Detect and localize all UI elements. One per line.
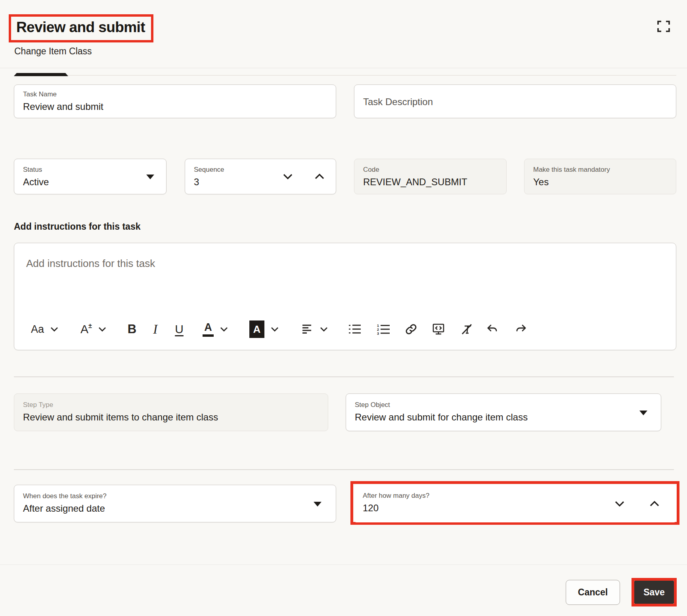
instructions-section-label: Add instructions for this task bbox=[14, 221, 140, 232]
redo-icon bbox=[515, 324, 526, 335]
expire-days-decrement-chevron-down-icon[interactable] bbox=[614, 501, 625, 507]
task-name-value: Review and submit bbox=[23, 100, 327, 113]
font-style-glyph: Aa bbox=[31, 323, 44, 336]
section-divider bbox=[14, 469, 674, 470]
task-name-field[interactable]: Task Name Review and submit bbox=[14, 84, 336, 118]
svg-text:2: 2 bbox=[377, 328, 379, 332]
bold-button[interactable]: B bbox=[128, 322, 136, 336]
align-button[interactable] bbox=[302, 324, 328, 334]
expire-days-stepper[interactable]: After how many days? 120 bbox=[354, 485, 676, 522]
chevron-down-icon bbox=[50, 327, 58, 332]
sequence-label: Sequence bbox=[194, 165, 327, 175]
underline-button[interactable]: U bbox=[175, 322, 184, 336]
bullet-list-icon bbox=[348, 324, 361, 334]
step-object-dropdown[interactable]: Step Object Review and submit for change… bbox=[346, 393, 661, 431]
mandatory-label: Make this task mandatory bbox=[533, 165, 667, 175]
sequence-value: 3 bbox=[194, 176, 327, 188]
fullscreen-expand-button[interactable] bbox=[655, 17, 672, 35]
dropdown-caret-icon bbox=[146, 175, 154, 179]
redo-button[interactable] bbox=[515, 324, 526, 335]
font-size-glyph: A± bbox=[80, 322, 92, 336]
bullet-list-button[interactable] bbox=[348, 324, 361, 334]
chevron-down-icon bbox=[320, 327, 328, 332]
save-button[interactable]: Save bbox=[634, 581, 674, 604]
clear-formatting-button[interactable] bbox=[461, 324, 473, 335]
instructions-placeholder: Add instructions for this task bbox=[26, 257, 155, 270]
insert-link-button[interactable] bbox=[405, 323, 417, 335]
step-object-value: Review and submit for change item class bbox=[355, 411, 652, 424]
header-divider bbox=[0, 68, 687, 68]
source-code-monitor-icon bbox=[432, 323, 445, 335]
text-color-icon: A bbox=[203, 322, 214, 337]
active-tab-indicator[interactable] bbox=[14, 73, 68, 76]
source-code-button[interactable] bbox=[432, 323, 445, 335]
code-field: Code REVIEW_AND_SUBMIT bbox=[354, 159, 507, 194]
svg-text:1: 1 bbox=[377, 324, 379, 328]
status-dropdown[interactable]: Status Active bbox=[14, 159, 166, 194]
fullscreen-expand-icon bbox=[656, 20, 671, 33]
chevron-down-icon bbox=[220, 327, 228, 332]
annotation-box-title: Review and submit bbox=[9, 14, 153, 42]
status-label: Status bbox=[23, 165, 157, 175]
sequence-decrement-chevron-down-icon[interactable] bbox=[283, 173, 293, 180]
numbered-list-button[interactable]: 1 2 3 bbox=[377, 324, 390, 335]
sequence-increment-chevron-up-icon[interactable] bbox=[314, 173, 325, 180]
page-subtitle: Change Item Class bbox=[14, 46, 92, 57]
section-divider bbox=[14, 376, 674, 377]
bold-glyph: B bbox=[128, 322, 136, 336]
highlight-color-icon: A bbox=[249, 320, 264, 338]
expire-days-label: After how many days? bbox=[363, 491, 668, 501]
expire-days-increment-chevron-up-icon[interactable] bbox=[649, 501, 660, 507]
page-title: Review and submit bbox=[16, 19, 145, 36]
italic-glyph: I bbox=[153, 322, 157, 337]
chevron-down-icon bbox=[98, 327, 106, 332]
dropdown-caret-icon bbox=[314, 502, 321, 507]
highlight-color-button[interactable]: A bbox=[249, 320, 279, 338]
font-style-button[interactable]: Aa bbox=[31, 323, 58, 336]
task-description-field[interactable]: Task Description bbox=[354, 84, 676, 118]
clear-formatting-icon bbox=[461, 324, 473, 335]
chevron-down-icon bbox=[271, 327, 279, 332]
code-label: Code bbox=[363, 165, 498, 175]
italic-button[interactable]: I bbox=[153, 322, 157, 337]
link-icon bbox=[405, 323, 417, 335]
instructions-editor[interactable]: Add instructions for this task Aa A± B I… bbox=[14, 243, 676, 350]
step-type-value: Review and submit items to change item c… bbox=[23, 411, 319, 424]
cancel-button[interactable]: Cancel bbox=[566, 580, 620, 605]
annotation-box-save: Save bbox=[632, 578, 677, 606]
numbered-list-icon: 1 2 3 bbox=[377, 324, 390, 335]
tabbar-underline bbox=[14, 75, 676, 76]
step-type-field: Step Type Review and submit items to cha… bbox=[14, 393, 328, 431]
dropdown-caret-icon bbox=[639, 411, 647, 415]
undo-icon bbox=[487, 324, 499, 335]
task-name-label: Task Name bbox=[23, 90, 327, 99]
font-size-button[interactable]: A± bbox=[80, 322, 106, 336]
mandatory-field: Make this task mandatory Yes bbox=[524, 159, 676, 194]
footer-divider bbox=[0, 564, 687, 565]
code-value: REVIEW_AND_SUBMIT bbox=[363, 176, 498, 188]
task-description-placeholder: Task Description bbox=[363, 96, 433, 107]
sequence-stepper[interactable]: Sequence 3 bbox=[185, 159, 336, 194]
svg-text:3: 3 bbox=[377, 332, 379, 335]
status-value: Active bbox=[23, 176, 157, 188]
undo-button[interactable] bbox=[487, 324, 499, 335]
step-object-label: Step Object bbox=[355, 401, 652, 410]
expire-when-value: After assigned date bbox=[23, 502, 327, 515]
mandatory-value: Yes bbox=[533, 176, 667, 188]
editor-toolbar: Aa A± B I U A A bbox=[31, 318, 664, 340]
expire-when-dropdown[interactable]: When does the task expire? After assigne… bbox=[14, 485, 336, 522]
underline-glyph: U bbox=[175, 322, 184, 336]
text-color-button[interactable]: A bbox=[203, 322, 228, 337]
expire-when-label: When does the task expire? bbox=[23, 492, 327, 501]
align-left-icon bbox=[302, 324, 314, 334]
step-type-label: Step Type bbox=[23, 401, 319, 410]
